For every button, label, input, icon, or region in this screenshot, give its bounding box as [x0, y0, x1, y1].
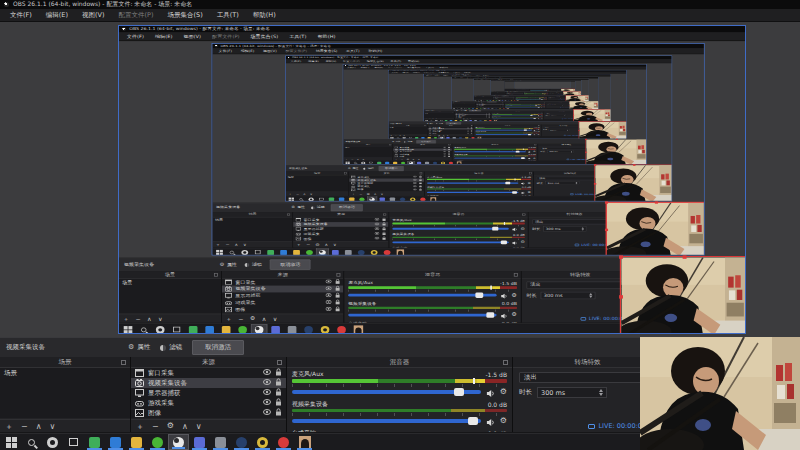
channel-settings-icon[interactable]: ⚙ — [533, 157, 536, 159]
taskbar-app-person[interactable] — [428, 197, 438, 202]
menu-edit[interactable]: 编辑(E) — [149, 33, 177, 39]
lock-icon[interactable] — [335, 292, 340, 299]
taskbar-app-green[interactable] — [375, 161, 383, 164]
taskbar-app-video[interactable] — [329, 248, 342, 255]
search-button[interactable] — [21, 434, 42, 450]
dock-options-icon[interactable] — [514, 273, 518, 276]
start-button[interactable] — [212, 248, 225, 255]
menu-tools[interactable]: 工具(T) — [342, 49, 364, 53]
source-item-window-capture[interactable]: 窗口采集 — [222, 279, 344, 286]
transition-select[interactable]: 淡出 — [532, 219, 616, 224]
taskbar-app-yellow-ring[interactable] — [252, 434, 273, 450]
deactivate-button[interactable]: 取消激活 — [379, 166, 404, 171]
menu-profile[interactable]: 配置文件(P) — [112, 11, 161, 20]
display-capture-source[interactable]: OBS 26.1.1 (64-bit, windows) - 配置文件: 未命名… — [424, 74, 611, 121]
add-scene-button[interactable]: ＋ — [123, 315, 129, 323]
source-item-video-capture-device[interactable]: 视频采集设备 — [131, 378, 286, 388]
scene-item[interactable]: 场景 — [388, 126, 427, 128]
taskbar-app-yellow-ring[interactable] — [317, 324, 333, 334]
scene-up-button[interactable]: ∧ — [147, 315, 152, 321]
webcam-video[interactable] — [621, 257, 746, 334]
filters-button[interactable]: 滤镜 — [245, 262, 262, 268]
scene-down-button[interactable]: ∨ — [50, 422, 56, 431]
eye-icon[interactable] — [325, 293, 331, 298]
display-capture-source[interactable]: OBS 26.1.1 (64-bit, windows) - 配置文件: 未命名… — [504, 81, 575, 91]
taskbar-app-display[interactable] — [342, 248, 355, 255]
scene-up-button[interactable]: ∧ — [234, 243, 238, 247]
duration-input[interactable]: 300 ms — [549, 129, 570, 131]
remove-scene-button[interactable]: − — [225, 243, 229, 247]
remove-scene-button[interactable]: − — [135, 315, 140, 321]
properties-button[interactable]: ⚙ 属性 — [392, 141, 400, 143]
display-capture-source[interactable]: OBS 26.1.1 (64-bit, windows) - 配置文件: 未命名… — [212, 43, 705, 255]
source-up-button[interactable]: ∧ — [324, 243, 328, 247]
start-button[interactable] — [119, 324, 135, 334]
dock-options-icon[interactable] — [522, 214, 525, 216]
taskbar-app-folder[interactable] — [218, 324, 234, 334]
channel-settings-icon[interactable]: ⚙ — [511, 312, 517, 317]
dock-options-icon[interactable] — [471, 125, 472, 126]
source-up-button[interactable]: ∧ — [374, 193, 377, 196]
webcam-video[interactable] — [586, 139, 646, 164]
dock-options-icon[interactable] — [420, 173, 422, 175]
dock-options-icon[interactable] — [277, 360, 282, 365]
lock-icon[interactable] — [275, 368, 282, 378]
dock-options-icon[interactable] — [489, 112, 490, 113]
taskbar-app-green-circle[interactable] — [234, 324, 250, 334]
properties-button[interactable]: ⚙ 属性 — [219, 262, 236, 268]
deactivate-button[interactable]: 取消激活 — [192, 340, 244, 355]
stepper-arrows-icon[interactable] — [576, 182, 578, 184]
menu-edit[interactable]: 编辑(E) — [236, 49, 258, 53]
lock-icon[interactable] — [275, 398, 282, 408]
stepper-arrows-icon[interactable] — [567, 130, 568, 131]
taskbar-app-obs[interactable] — [367, 197, 377, 202]
taskbar-app-video[interactable] — [377, 197, 387, 202]
channel-settings-icon[interactable]: ⚙ — [500, 388, 507, 396]
lock-icon[interactable] — [382, 236, 386, 241]
stepper-arrows-icon[interactable] — [589, 293, 592, 298]
volume-slider[interactable] — [392, 228, 508, 230]
cortana-button[interactable] — [152, 324, 168, 334]
menu-view[interactable]: 视图(V) — [322, 60, 340, 63]
stepper-arrows-icon[interactable] — [582, 227, 584, 230]
webcam-video[interactable] — [569, 101, 598, 109]
stepper-arrows-icon[interactable] — [564, 115, 565, 116]
display-capture-source[interactable]: OBS 26.1.1 (64-bit, windows) - 配置文件: 未命名… — [388, 70, 626, 139]
volume-slider[interactable] — [427, 192, 518, 193]
taskbar-app-red-circle[interactable] — [273, 434, 294, 450]
webcam-video[interactable] — [579, 122, 626, 139]
menu-profile[interactable]: 配置文件(P) — [340, 60, 364, 63]
cortana-button[interactable] — [42, 434, 63, 450]
add-scene-button[interactable]: ＋ — [215, 242, 220, 247]
scene-item[interactable]: 场景 — [212, 217, 292, 222]
search-button[interactable] — [351, 161, 359, 164]
display-capture-source[interactable] — [515, 82, 571, 89]
cortana-button[interactable] — [306, 197, 316, 202]
transition-select[interactable]: 淡出 — [537, 177, 603, 181]
volume-slider[interactable] — [454, 158, 526, 159]
add-source-button[interactable]: ＋ — [296, 242, 301, 247]
scene-up-button[interactable]: ∧ — [303, 193, 306, 196]
taskbar-app-obs[interactable] — [168, 434, 189, 450]
scene-item[interactable]: 场景 — [119, 279, 221, 286]
scene-down-button[interactable]: ∨ — [243, 243, 247, 247]
menu-scene-collection[interactable]: 场景集合(S) — [245, 33, 284, 39]
source-item-display-capture[interactable]: 显示器捕获 — [131, 388, 286, 398]
taskbar-app-mail[interactable] — [383, 161, 391, 164]
scene-item[interactable]: 场景 — [343, 146, 392, 148]
duration-input[interactable]: 300 ms — [547, 151, 574, 153]
eye-icon[interactable] — [263, 399, 271, 407]
dock-options-icon[interactable] — [287, 214, 290, 216]
volume-slider[interactable] — [476, 130, 532, 131]
taskbar-app-mail[interactable] — [337, 197, 347, 202]
add-source-button[interactable]: ＋ — [226, 315, 232, 323]
menu-profile[interactable]: 配置文件(P) — [281, 49, 311, 53]
taskbar-app-yellow-ring[interactable] — [408, 197, 418, 202]
taskbar-app-dark-circle[interactable] — [231, 434, 252, 450]
scene-item[interactable]: 场景 — [424, 113, 454, 114]
source-up-button[interactable]: ∧ — [262, 315, 267, 321]
remove-source-button[interactable]: − — [359, 193, 362, 196]
deactivate-button[interactable]: 取消激活 — [331, 204, 363, 211]
eye-icon[interactable] — [263, 389, 271, 397]
duration-input[interactable]: 300 ms — [543, 226, 586, 231]
